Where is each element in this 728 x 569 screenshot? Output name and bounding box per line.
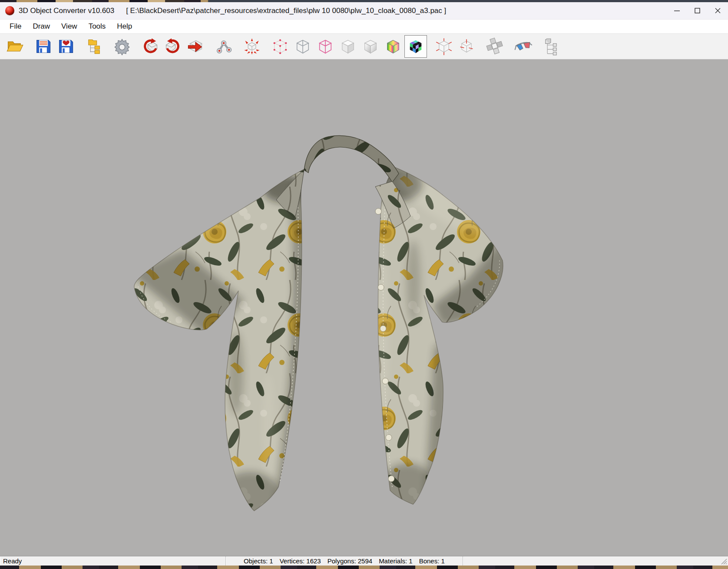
anaglyph-view-button[interactable] <box>512 35 534 58</box>
hierarchy-icon <box>542 37 560 56</box>
rainbow-cube-icon <box>384 37 402 56</box>
menu-draw[interactable]: Draw <box>27 20 56 33</box>
material-color-view-button[interactable] <box>382 35 404 58</box>
textured-cube-icon <box>407 37 425 56</box>
window-controls <box>667 2 728 19</box>
app-title: 3D Object Converter v10.603 <box>19 7 114 15</box>
smooth-shaded-view-button[interactable] <box>359 35 382 58</box>
minimize-button[interactable] <box>667 2 687 19</box>
rotate-right-button[interactable] <box>162 35 184 58</box>
menu-bar: File Draw View Tools Help <box>0 20 728 34</box>
wireframe-view-button[interactable] <box>291 35 314 58</box>
bones-view-button[interactable] <box>212 35 235 58</box>
vertex-normals-view-button[interactable] <box>433 35 455 58</box>
close-icon <box>715 7 721 14</box>
maximize-button[interactable] <box>687 2 708 19</box>
settings-button[interactable] <box>111 35 133 58</box>
face-normals-icon <box>457 37 476 56</box>
open-file-button[interactable] <box>3 35 26 58</box>
object-hierarchy-button[interactable] <box>540 35 563 58</box>
title-bar: 3D Object Converter v10.603 [ E:\BlackDe… <box>0 2 728 20</box>
point-view-button[interactable] <box>269 35 291 58</box>
status-bar: Ready Objects: 1 Vertices: 1623 Polygons… <box>0 556 728 566</box>
viewport-3d[interactable] <box>0 59 728 556</box>
menu-file[interactable]: File <box>4 20 27 33</box>
save-heart-icon <box>56 37 75 56</box>
close-button[interactable] <box>708 2 728 19</box>
stat-materials: Materials: 1 <box>379 557 413 565</box>
hidden-line-view-button[interactable] <box>314 35 337 58</box>
stat-objects: Objects: 1 <box>244 557 273 565</box>
uv-unfold-view-button[interactable] <box>483 35 506 58</box>
stat-bones: Bones: 1 <box>419 557 445 565</box>
status-stats: Objects: 1 Vertices: 1623 Polygons: 2594… <box>226 556 463 566</box>
save-icon <box>34 37 52 56</box>
save-favorite-button[interactable] <box>54 35 77 58</box>
wireframe-cube-icon <box>294 37 312 56</box>
toolbar <box>0 34 728 59</box>
open-folder-icon <box>6 37 24 56</box>
explode-icon <box>243 37 261 56</box>
smooth-cube-icon <box>361 37 380 56</box>
gear-icon <box>113 37 131 56</box>
rotate-right-icon <box>164 37 182 56</box>
unfold-cube-icon <box>486 37 504 56</box>
bones-icon <box>215 37 233 56</box>
face-normals-view-button[interactable] <box>455 35 478 58</box>
rotate-left-icon <box>141 37 159 56</box>
stat-polygons: Polygons: 2594 <box>328 557 372 565</box>
explode-view-button[interactable] <box>241 35 263 58</box>
shirt-left-panel <box>130 165 309 522</box>
resize-grip[interactable] <box>720 558 727 565</box>
app-logo-icon <box>5 6 14 15</box>
maximize-icon <box>694 7 701 14</box>
3d-glasses-icon <box>514 37 532 56</box>
object-tree-button[interactable] <box>83 35 105 58</box>
status-ready: Ready <box>0 556 226 566</box>
background-window-strip-bottom <box>0 566 728 569</box>
document-path: [ E:\BlackDesert\Paz\patcher_resources\e… <box>126 7 446 15</box>
folder-tree-icon <box>85 37 103 56</box>
flat-shaded-view-button[interactable] <box>337 35 359 58</box>
textured-view-button[interactable] <box>404 35 427 58</box>
stat-vertices: Vertices: 1623 <box>280 557 321 565</box>
screen: 3D Object Converter v10.603 [ E:\BlackDe… <box>0 0 728 569</box>
point-cube-icon <box>271 37 289 56</box>
menu-view[interactable]: View <box>56 20 83 33</box>
menu-help[interactable]: Help <box>111 20 138 33</box>
vertex-normals-icon <box>435 37 453 56</box>
save-file-button[interactable] <box>32 35 54 58</box>
rotate-left-button[interactable] <box>139 35 162 58</box>
pink-wire-cube-icon <box>316 37 334 56</box>
translate-object-button[interactable] <box>184 35 207 58</box>
move-arrow-icon <box>186 37 205 56</box>
flat-cube-icon <box>339 37 357 56</box>
status-extra-panel <box>463 556 728 566</box>
model-floral-shirt <box>0 59 728 556</box>
minimize-icon <box>674 7 680 14</box>
menu-tools[interactable]: Tools <box>83 20 112 33</box>
